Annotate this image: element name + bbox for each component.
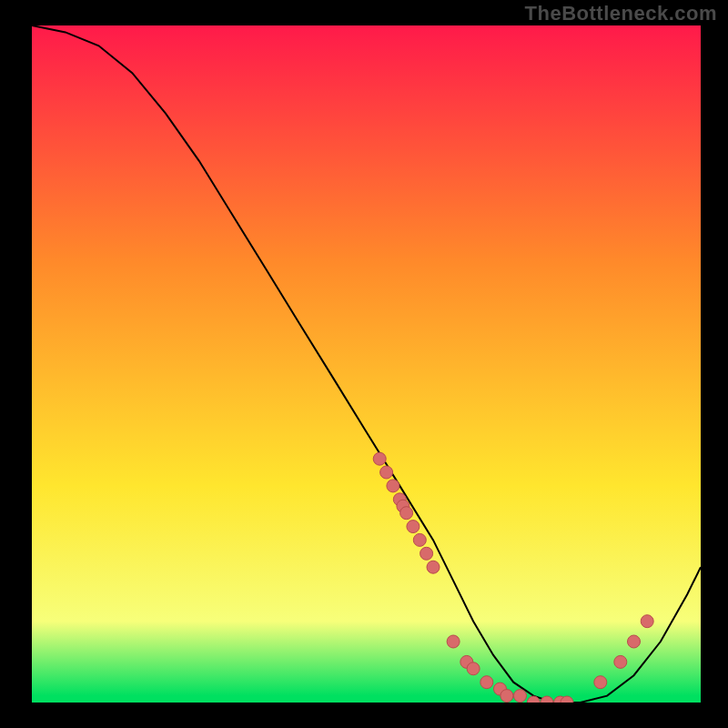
data-point <box>400 507 413 520</box>
data-point <box>420 547 433 560</box>
data-point <box>514 690 527 703</box>
chart-container: TheBottleneck.com <box>0 0 728 728</box>
data-point <box>480 676 493 689</box>
chart-svg <box>32 25 701 703</box>
data-point <box>413 533 426 546</box>
data-point <box>387 480 399 492</box>
watermark-text: TheBottleneck.com <box>525 2 717 25</box>
plot-area <box>32 25 701 703</box>
gradient-background <box>32 25 701 703</box>
data-point <box>447 635 460 648</box>
data-point <box>500 690 513 703</box>
data-point <box>628 635 641 648</box>
data-point <box>380 466 393 479</box>
data-point <box>594 676 607 689</box>
data-point <box>427 561 440 573</box>
data-point <box>467 662 480 675</box>
data-point <box>641 615 653 628</box>
data-point <box>373 452 386 465</box>
data-point <box>407 521 420 533</box>
data-point <box>614 655 627 668</box>
